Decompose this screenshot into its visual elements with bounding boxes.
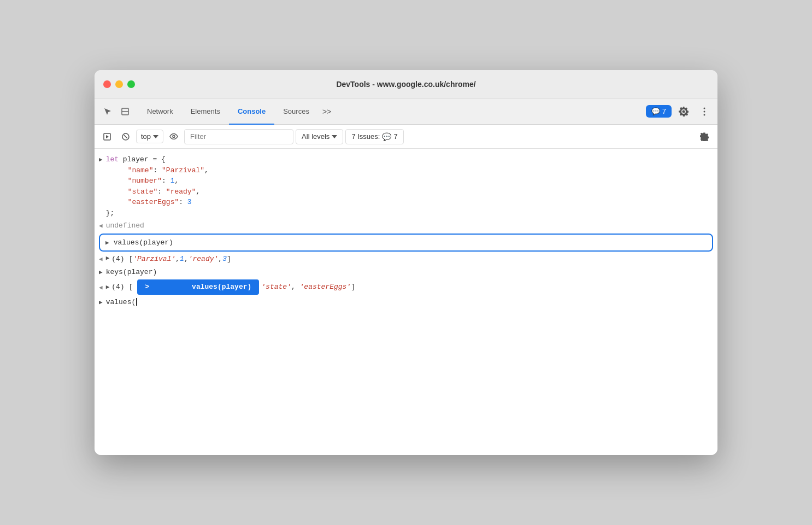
console-line-array-result: ◀ ▶ (4) ['Parzival', 1, 'ready', 3] xyxy=(95,253,717,266)
console-line-undefined: ◀ undefined xyxy=(95,219,717,232)
tabs-bar: Network Elements Console Sources >> 💬 7 xyxy=(95,98,717,125)
levels-label: All levels xyxy=(302,132,329,141)
console-line-keys-result: ◀ ▶ (4) [ > values(player) 'state', 'eas… xyxy=(95,278,717,296)
window-title: DevTools - www.google.co.uk/chrome/ xyxy=(336,80,475,89)
autocomplete-dropdown[interactable]: > values(player) xyxy=(137,279,259,295)
left-arrow-keys: ◀ xyxy=(99,283,103,293)
values-player-text: values(player) xyxy=(114,237,173,248)
tab-network[interactable]: Network xyxy=(138,98,182,125)
issues-count: 7 xyxy=(393,132,397,141)
console-input-line: ▶ values( xyxy=(95,296,717,309)
top-label: top xyxy=(141,132,151,141)
svg-point-9 xyxy=(173,136,175,138)
svg-point-4 xyxy=(704,114,705,115)
traffic-lights xyxy=(103,80,135,88)
left-arrow-array: ◀ xyxy=(99,255,103,264)
close-button[interactable] xyxy=(103,80,111,88)
expand-arrow-keys[interactable]: ▶ xyxy=(99,268,103,277)
minimize-button[interactable] xyxy=(115,80,123,88)
filter-input[interactable] xyxy=(184,129,293,144)
more-tabs-button[interactable]: >> xyxy=(318,107,336,116)
console-toolbar: top All levels 7 Issues: 💬 7 xyxy=(95,125,717,149)
expand-arrow-let[interactable]: ▶ xyxy=(99,155,103,165)
devtools-window: DevTools - www.google.co.uk/chrome/ Netw… xyxy=(95,70,717,455)
console-settings-icon[interactable] xyxy=(696,128,713,145)
tab-sources[interactable]: Sources xyxy=(274,98,318,125)
keys-player-text: keys(player) xyxy=(106,267,157,278)
input-arrow: ▶ xyxy=(99,298,103,307)
tab-console[interactable]: Console xyxy=(229,98,274,125)
svg-point-3 xyxy=(704,110,705,112)
panel-icon[interactable] xyxy=(116,103,134,120)
svg-marker-6 xyxy=(106,135,109,138)
maximize-button[interactable] xyxy=(127,80,135,88)
issues-badge[interactable]: 💬 7 xyxy=(646,105,672,118)
console-input-text[interactable]: values( xyxy=(106,297,138,308)
tab-elements[interactable]: Elements xyxy=(182,98,229,125)
clear-icon[interactable] xyxy=(117,129,134,145)
issues-text: 7 Issues: xyxy=(351,132,380,141)
titlebar: DevTools - www.google.co.uk/chrome/ xyxy=(95,70,717,98)
left-arrow-undefined: ◀ xyxy=(99,221,103,231)
svg-point-2 xyxy=(704,107,705,109)
expand-triangle-2[interactable]: ▶ xyxy=(106,283,110,292)
eye-icon[interactable] xyxy=(166,129,182,145)
undefined-text: undefined xyxy=(106,220,144,231)
top-selector[interactable]: top xyxy=(136,130,163,143)
console-area: ▶ let player = { "name": "Parzival", "nu… xyxy=(95,149,717,455)
kebab-menu-icon[interactable] xyxy=(696,103,713,120)
cursor-icon[interactable] xyxy=(99,103,116,120)
run-icon[interactable] xyxy=(99,129,115,145)
issues-icon: 💬 xyxy=(651,107,660,115)
issues-chat-icon: 💬 xyxy=(382,132,391,141)
expand-triangle[interactable]: ▶ xyxy=(106,254,110,263)
settings-icon[interactable] xyxy=(675,103,692,120)
expand-arrow-values[interactable]: ▶ xyxy=(105,238,109,248)
console-line-values-highlighted[interactable]: ▶ values(player) xyxy=(99,234,713,252)
svg-line-8 xyxy=(124,135,127,138)
issues-filter[interactable]: 7 Issues: 💬 7 xyxy=(345,129,403,144)
levels-selector[interactable]: All levels xyxy=(296,129,343,144)
console-line-let: ▶ let player = { "name": "Parzival", "nu… xyxy=(95,153,717,219)
tabs-right: 💬 7 xyxy=(646,103,713,120)
console-line-keys: ▶ keys(player) xyxy=(95,266,717,279)
